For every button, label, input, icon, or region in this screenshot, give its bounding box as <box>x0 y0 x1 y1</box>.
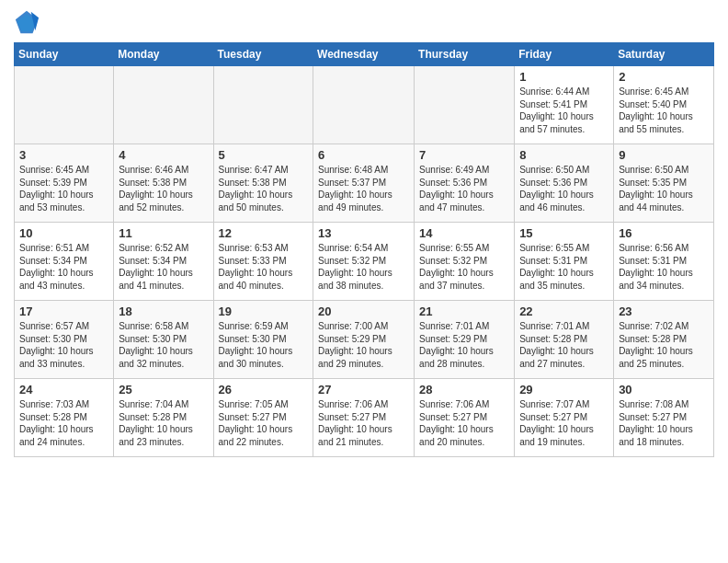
day-info: Sunrise: 6:45 AMSunset: 5:40 PMDaylight:… <box>619 86 709 135</box>
day-info: Sunrise: 6:53 AMSunset: 5:33 PMDaylight:… <box>219 242 309 292</box>
day-header-tuesday: Tuesday <box>213 43 313 66</box>
day-number: 30 <box>619 383 709 396</box>
header <box>14 9 714 35</box>
day-number: 10 <box>19 226 108 240</box>
calendar-cell: 24Sunrise: 7:03 AMSunset: 5:28 PMDayligh… <box>15 379 114 457</box>
day-number: 20 <box>318 304 409 318</box>
day-info: Sunrise: 7:02 AMSunset: 5:28 PMDaylight:… <box>619 320 709 370</box>
day-number: 1 <box>519 70 609 84</box>
calendar-week-row: 17Sunrise: 6:57 AMSunset: 5:30 PMDayligh… <box>15 301 714 379</box>
calendar-cell: 18Sunrise: 6:58 AMSunset: 5:30 PMDayligh… <box>114 301 213 379</box>
calendar-cell: 11Sunrise: 6:52 AMSunset: 5:34 PMDayligh… <box>114 223 213 301</box>
calendar-cell: 6Sunrise: 6:48 AMSunset: 5:37 PMDaylight… <box>313 144 415 223</box>
day-info: Sunrise: 7:00 AMSunset: 5:29 PMDaylight:… <box>318 320 409 370</box>
calendar-cell: 20Sunrise: 7:00 AMSunset: 5:29 PMDayligh… <box>313 301 415 379</box>
calendar-cell: 15Sunrise: 6:55 AMSunset: 5:31 PMDayligh… <box>515 223 614 301</box>
day-number: 2 <box>619 70 709 84</box>
calendar-cell <box>313 66 415 144</box>
day-number: 4 <box>119 148 208 162</box>
calendar-cell: 9Sunrise: 6:50 AMSunset: 5:35 PMDaylight… <box>614 144 714 223</box>
calendar-cell: 2Sunrise: 6:45 AMSunset: 5:40 PMDaylight… <box>614 66 714 144</box>
day-number: 8 <box>519 148 609 162</box>
calendar-cell <box>114 66 213 144</box>
day-header-friday: Friday <box>515 43 614 66</box>
day-info: Sunrise: 6:50 AMSunset: 5:36 PMDaylight:… <box>519 164 609 213</box>
calendar-week-row: 1Sunrise: 6:44 AMSunset: 5:41 PMDaylight… <box>15 66 714 144</box>
calendar-cell <box>15 66 114 144</box>
day-info: Sunrise: 6:45 AMSunset: 5:39 PMDaylight:… <box>19 164 108 213</box>
day-number: 24 <box>19 383 108 396</box>
calendar-cell: 4Sunrise: 6:46 AMSunset: 5:38 PMDaylight… <box>114 144 213 223</box>
calendar-cell: 1Sunrise: 6:44 AMSunset: 5:41 PMDaylight… <box>515 66 614 144</box>
day-number: 14 <box>419 226 509 240</box>
calendar-cell: 13Sunrise: 6:54 AMSunset: 5:32 PMDayligh… <box>313 223 415 301</box>
day-info: Sunrise: 7:06 AMSunset: 5:27 PMDaylight:… <box>419 398 509 448</box>
day-info: Sunrise: 6:44 AMSunset: 5:41 PMDaylight:… <box>519 86 609 135</box>
calendar-cell: 21Sunrise: 7:01 AMSunset: 5:29 PMDayligh… <box>415 301 515 379</box>
page: SundayMondayTuesdayWednesdayThursdayFrid… <box>0 0 728 471</box>
day-info: Sunrise: 7:07 AMSunset: 5:27 PMDaylight:… <box>519 398 609 448</box>
day-number: 25 <box>119 383 208 396</box>
day-number: 16 <box>619 226 709 240</box>
calendar-cell: 16Sunrise: 6:56 AMSunset: 5:31 PMDayligh… <box>614 223 714 301</box>
calendar-cell: 5Sunrise: 6:47 AMSunset: 5:38 PMDaylight… <box>213 144 313 223</box>
day-number: 19 <box>219 304 309 318</box>
day-info: Sunrise: 7:05 AMSunset: 5:27 PMDaylight:… <box>219 398 309 448</box>
calendar-header-row: SundayMondayTuesdayWednesdayThursdayFrid… <box>15 43 714 66</box>
day-number: 12 <box>219 226 309 240</box>
calendar-cell: 7Sunrise: 6:49 AMSunset: 5:36 PMDaylight… <box>415 144 515 223</box>
day-info: Sunrise: 6:49 AMSunset: 5:36 PMDaylight:… <box>419 164 509 213</box>
day-info: Sunrise: 6:47 AMSunset: 5:38 PMDaylight:… <box>219 164 309 213</box>
day-info: Sunrise: 6:52 AMSunset: 5:34 PMDaylight:… <box>119 242 208 292</box>
day-number: 29 <box>519 383 609 396</box>
day-info: Sunrise: 6:54 AMSunset: 5:32 PMDaylight:… <box>318 242 409 292</box>
day-info: Sunrise: 7:04 AMSunset: 5:28 PMDaylight:… <box>119 398 208 448</box>
calendar-cell: 10Sunrise: 6:51 AMSunset: 5:34 PMDayligh… <box>15 223 114 301</box>
logo <box>14 9 43 35</box>
calendar-cell <box>213 66 313 144</box>
day-number: 15 <box>519 226 609 240</box>
day-number: 23 <box>619 304 709 318</box>
day-info: Sunrise: 6:50 AMSunset: 5:35 PMDaylight:… <box>619 164 709 213</box>
day-info: Sunrise: 6:46 AMSunset: 5:38 PMDaylight:… <box>119 164 208 213</box>
day-number: 26 <box>219 383 309 396</box>
calendar-week-row: 3Sunrise: 6:45 AMSunset: 5:39 PMDaylight… <box>15 144 714 223</box>
day-number: 27 <box>318 383 409 396</box>
calendar-cell: 19Sunrise: 6:59 AMSunset: 5:30 PMDayligh… <box>213 301 313 379</box>
day-info: Sunrise: 7:06 AMSunset: 5:27 PMDaylight:… <box>318 398 409 448</box>
calendar-cell: 29Sunrise: 7:07 AMSunset: 5:27 PMDayligh… <box>515 379 614 457</box>
calendar-week-row: 10Sunrise: 6:51 AMSunset: 5:34 PMDayligh… <box>15 223 714 301</box>
day-header-saturday: Saturday <box>614 43 714 66</box>
logo-icon <box>14 9 40 35</box>
calendar-cell: 22Sunrise: 7:01 AMSunset: 5:28 PMDayligh… <box>515 301 614 379</box>
day-number: 3 <box>19 148 108 162</box>
calendar-cell: 23Sunrise: 7:02 AMSunset: 5:28 PMDayligh… <box>614 301 714 379</box>
day-number: 9 <box>619 148 709 162</box>
day-number: 17 <box>19 304 108 318</box>
calendar-table: SundayMondayTuesdayWednesdayThursdayFrid… <box>14 42 714 457</box>
day-info: Sunrise: 6:48 AMSunset: 5:37 PMDaylight:… <box>318 164 409 213</box>
calendar-cell: 14Sunrise: 6:55 AMSunset: 5:32 PMDayligh… <box>415 223 515 301</box>
calendar-cell: 25Sunrise: 7:04 AMSunset: 5:28 PMDayligh… <box>114 379 213 457</box>
day-number: 28 <box>419 383 509 396</box>
calendar-cell: 3Sunrise: 6:45 AMSunset: 5:39 PMDaylight… <box>15 144 114 223</box>
day-header-thursday: Thursday <box>415 43 515 66</box>
calendar-cell: 30Sunrise: 7:08 AMSunset: 5:27 PMDayligh… <box>614 379 714 457</box>
day-header-monday: Monday <box>114 43 213 66</box>
day-number: 7 <box>419 148 509 162</box>
day-info: Sunrise: 6:58 AMSunset: 5:30 PMDaylight:… <box>119 320 208 370</box>
day-info: Sunrise: 6:57 AMSunset: 5:30 PMDaylight:… <box>19 320 108 370</box>
day-number: 21 <box>419 304 509 318</box>
calendar-cell: 17Sunrise: 6:57 AMSunset: 5:30 PMDayligh… <box>15 301 114 379</box>
day-info: Sunrise: 7:01 AMSunset: 5:29 PMDaylight:… <box>419 320 509 370</box>
calendar-cell: 12Sunrise: 6:53 AMSunset: 5:33 PMDayligh… <box>213 223 313 301</box>
calendar-cell: 28Sunrise: 7:06 AMSunset: 5:27 PMDayligh… <box>415 379 515 457</box>
day-info: Sunrise: 6:59 AMSunset: 5:30 PMDaylight:… <box>219 320 309 370</box>
calendar-cell: 8Sunrise: 6:50 AMSunset: 5:36 PMDaylight… <box>515 144 614 223</box>
calendar-cell: 27Sunrise: 7:06 AMSunset: 5:27 PMDayligh… <box>313 379 415 457</box>
day-info: Sunrise: 7:03 AMSunset: 5:28 PMDaylight:… <box>19 398 108 448</box>
day-info: Sunrise: 7:08 AMSunset: 5:27 PMDaylight:… <box>619 398 709 448</box>
day-number: 5 <box>219 148 309 162</box>
calendar-week-row: 24Sunrise: 7:03 AMSunset: 5:28 PMDayligh… <box>15 379 714 457</box>
day-number: 6 <box>318 148 409 162</box>
